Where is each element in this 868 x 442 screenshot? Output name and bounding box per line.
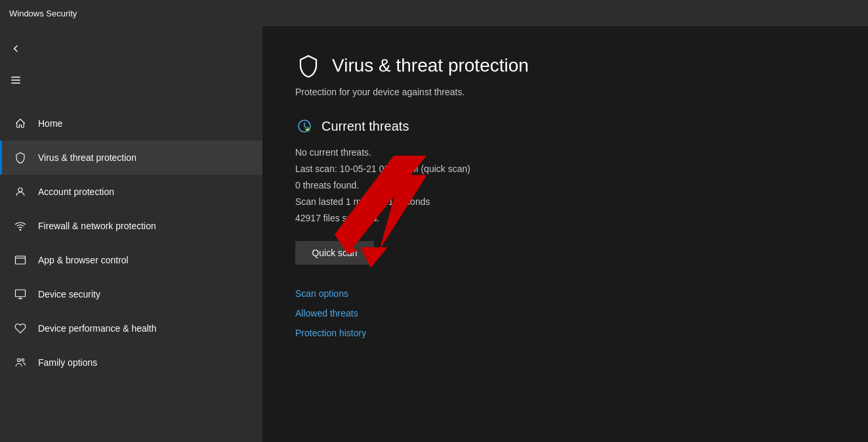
sidebar-label-browser: App & browser control [38,255,129,265]
desktop-icon [13,287,28,301]
sidebar-item-browser[interactable]: App & browser control [0,243,262,277]
last-scan-text: Last scan: 10-05-21 02:56 PM (quick scan… [295,162,835,176]
sidebar-label-firewall: Firewall & network protection [38,221,156,231]
browser-icon [13,253,28,267]
person-icon [13,185,28,199]
section-title: Current threats [321,119,409,134]
home-icon [13,116,28,131]
sidebar-item-account[interactable]: Account protection [0,175,262,209]
back-button[interactable] [0,33,31,64]
threat-info: No current threats. Last scan: 10-05-21 … [295,146,835,225]
page-title: Virus & threat protection [332,55,529,76]
app-title: Windows Security [9,9,77,18]
sidebar-label-family: Family options [38,357,97,368]
current-threats-header: Current threats [295,117,835,135]
shield-virus-icon [13,150,28,165]
sidebar-item-home[interactable]: Home [0,106,262,141]
current-threats-icon [295,117,314,135]
app-body: Home Virus & threat protection [0,26,868,442]
svg-point-4 [20,229,21,231]
sidebar: Home Virus & threat protection [0,26,262,442]
scan-duration-text: Scan lasted 1 minutes 1 seconds [295,195,835,209]
sidebar-label-home: Home [38,118,62,129]
sidebar-controls [0,26,262,100]
quick-scan-button[interactable]: Quick scan [295,241,374,265]
wifi-icon [13,219,28,233]
no-threats-text: No current threats. [295,146,835,160]
sidebar-label-device-security: Device security [38,289,100,299]
threats-found-text: 0 threats found. [295,179,835,192]
sidebar-label-device-health: Device performance & health [38,323,157,334]
sidebar-label-account: Account protection [38,187,114,197]
sidebar-nav: Home Virus & threat protection [0,106,262,380]
files-scanned-text: 42917 files scanned. [295,211,835,225]
sidebar-item-device-health[interactable]: Device performance & health [0,311,262,345]
sidebar-item-virus[interactable]: Virus & threat protection [0,141,262,175]
links-section: Scan options Allowed threats Protection … [295,288,835,338]
sidebar-item-firewall[interactable]: Firewall & network protection [0,209,262,243]
svg-point-13 [305,127,310,132]
page-header-icon [295,53,321,79]
main-content: Virus & threat protection Protection for… [262,26,868,442]
svg-rect-7 [16,290,26,297]
sidebar-item-device-security[interactable]: Device security [0,277,262,311]
menu-button[interactable] [0,64,31,96]
titlebar: Windows Security [0,0,868,26]
allowed-threats-link[interactable]: Allowed threats [295,308,835,319]
sidebar-label-virus: Virus & threat protection [38,152,136,163]
sidebar-item-family[interactable]: Family options [0,345,262,380]
page-header: Virus & threat protection [295,53,835,79]
quick-scan-wrapper: Quick scan [295,241,374,278]
people-icon [13,355,28,370]
page-subtitle: Protection for your device against threa… [295,87,835,97]
protection-history-link[interactable]: Protection history [295,328,835,338]
svg-point-10 [18,359,21,362]
svg-point-11 [22,359,24,361]
heart-icon [13,321,28,336]
svg-point-3 [18,188,22,192]
scan-options-link[interactable]: Scan options [295,288,835,299]
svg-rect-5 [16,256,26,264]
